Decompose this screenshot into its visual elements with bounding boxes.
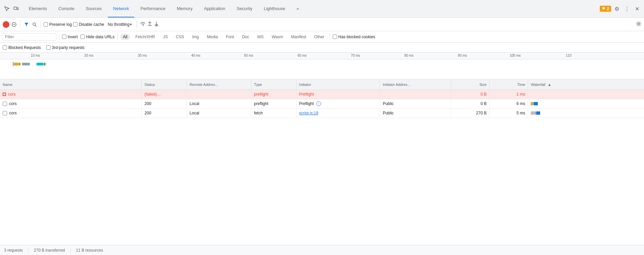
throttle-dropdown[interactable]: No throttling ▾ xyxy=(106,21,134,28)
filter-chip-all[interactable]: All xyxy=(120,34,130,40)
filter-chip-wasm[interactable]: Wasm xyxy=(269,34,286,40)
upload-icon[interactable] xyxy=(147,21,152,28)
tab-performance[interactable]: Performance xyxy=(135,0,171,17)
row2-type: fetch xyxy=(251,108,297,118)
col-header-initiator[interactable]: Initiator xyxy=(296,80,380,90)
col-header-name[interactable]: Name xyxy=(0,80,142,90)
filter-chip-img[interactable]: Img xyxy=(189,34,201,40)
network-settings-icon[interactable] xyxy=(636,21,641,28)
row2-name: cors xyxy=(9,111,17,115)
record-button[interactable] xyxy=(3,21,9,28)
tab-lighthouse[interactable]: Lighthouse xyxy=(258,0,291,17)
filter-chip-other[interactable]: Other xyxy=(312,34,327,40)
row1-initiator-addr: Public xyxy=(380,99,451,108)
filter-chip-css[interactable]: CSS xyxy=(173,34,187,40)
tab-memory[interactable]: Memory xyxy=(172,0,198,17)
blocked-requests-checkbox[interactable]: Blocked Requests xyxy=(3,45,41,50)
col-header-remote[interactable]: Remote Addres… xyxy=(187,80,251,90)
tab-bar-right: ⚑ 2 ⚙ ⋮ ✕ xyxy=(600,4,641,13)
col-header-status[interactable]: Status xyxy=(142,80,187,90)
issues-badge[interactable]: ⚑ 2 xyxy=(600,6,611,12)
ruler-label-80ms: 80 ms xyxy=(404,54,413,57)
search-button[interactable] xyxy=(31,21,38,28)
tab-network[interactable]: Network xyxy=(108,0,135,17)
row1-checkbox[interactable] xyxy=(3,102,7,106)
network-toolbar: Preserve log Disable cache No throttling… xyxy=(0,18,644,31)
timeline-area: 10 ms 20 ms 30 ms 40 ms 50 ms 60 ms 70 m… xyxy=(0,53,644,80)
filter-chip-ws[interactable]: WS xyxy=(255,34,266,40)
device-toolbar-icon[interactable] xyxy=(12,5,20,13)
table-row[interactable]: cors 200 Local fetch script.js:19 Public… xyxy=(0,108,644,118)
filter-chip-manifest[interactable]: Manifest xyxy=(288,34,309,40)
row2-size: 270 B xyxy=(451,108,489,118)
table-row[interactable]: cors 200 Local preflight Preflight ↑ Pub… xyxy=(0,99,644,108)
ruler-label-50ms: 50 ms xyxy=(244,54,253,57)
row2-status: 200 xyxy=(142,108,187,118)
filter-chip-js[interactable]: JS xyxy=(160,34,171,40)
tab-console[interactable]: Console xyxy=(53,0,80,17)
third-party-checkbox[interactable]: 3rd-party requests xyxy=(46,45,84,50)
stop-recording-button[interactable] xyxy=(11,21,17,28)
filter-chip-doc[interactable]: Doc xyxy=(239,34,252,40)
issues-icon: ⚑ xyxy=(602,6,605,11)
chevron-down-icon: ▾ xyxy=(130,22,132,26)
devtools-icons xyxy=(3,5,20,13)
row-error-type: preflight xyxy=(251,90,297,99)
tab-sources[interactable]: Sources xyxy=(80,0,107,17)
preflight-info-icon[interactable]: ↑ xyxy=(316,101,321,106)
tab-security[interactable]: Security xyxy=(231,0,258,17)
network-table: Name Status Remote Addres… Type Initiato… xyxy=(0,80,644,118)
close-button[interactable]: ✕ xyxy=(633,4,641,13)
row1-name-cell: cors xyxy=(0,99,142,108)
tab-application[interactable]: Application xyxy=(199,0,231,17)
settings-button[interactable]: ⚙ xyxy=(613,4,621,13)
svg-point-6 xyxy=(638,23,640,24)
col-header-waterfall[interactable]: Waterfall ▲ xyxy=(528,80,644,90)
waterfall-sort-arrow: ▲ xyxy=(548,83,552,87)
invert-checkbox[interactable]: Invert xyxy=(62,35,78,39)
download-icon[interactable] xyxy=(154,21,159,28)
col-header-time[interactable]: Time xyxy=(490,80,528,90)
status-bar: 3 requests 270 B transferred 11 B resour… xyxy=(0,245,644,255)
inspect-icon[interactable] xyxy=(3,5,11,13)
ruler-label-70ms: 70 ms xyxy=(351,54,360,57)
tab-elements[interactable]: Elements xyxy=(23,0,52,17)
row-error-time: 1 ms xyxy=(490,90,528,99)
row-error-size: 0 B xyxy=(451,90,489,99)
row1-waterfall xyxy=(528,99,644,108)
main-content: Preserve log Disable cache No throttling… xyxy=(0,18,644,255)
row2-waterfall xyxy=(528,108,644,118)
svg-rect-0 xyxy=(14,7,17,9)
row2-time: 5 ms xyxy=(490,108,528,118)
filter-toggle-button[interactable] xyxy=(23,21,30,28)
col-header-initiator-addr[interactable]: Initiator Addres… xyxy=(380,80,451,90)
col-header-size[interactable]: Size xyxy=(451,80,489,90)
wifi-icon[interactable] xyxy=(140,21,146,28)
more-options-button[interactable]: ⋮ xyxy=(623,4,631,13)
row2-initiator-addr: Public xyxy=(380,108,451,118)
hide-data-urls-checkbox[interactable]: Hide data URLs xyxy=(80,35,115,39)
row2-initiator-link[interactable]: script.js:19 xyxy=(299,111,318,115)
filter-chip-fetch-xhr[interactable]: Fetch/XHR xyxy=(133,34,158,40)
status-divider-2 xyxy=(70,248,71,253)
timeline-bars xyxy=(13,62,46,66)
row2-checkbox[interactable] xyxy=(3,111,7,115)
row-error-initiator: Preflight xyxy=(296,90,380,99)
preserve-log-checkbox[interactable]: Preserve log xyxy=(44,22,72,27)
table-row[interactable]: cors (failed)… preflight Preflight 0 B 1… xyxy=(0,90,644,99)
row-error-name-cell: cors xyxy=(0,90,142,99)
filter-chip-media[interactable]: Media xyxy=(204,34,220,40)
more-tabs-button[interactable]: » xyxy=(291,0,304,17)
col-header-type[interactable]: Type xyxy=(251,80,297,90)
timeline-ruler: 10 ms 20 ms 30 ms 40 ms 50 ms 60 ms 70 m… xyxy=(0,53,644,59)
ruler-label-30ms: 30 ms xyxy=(138,54,147,57)
row-error-remote xyxy=(187,90,251,99)
row1-status: 200 xyxy=(142,99,187,108)
blocked-cookies-checkbox[interactable]: Has blocked cookies xyxy=(333,35,375,39)
filter-input[interactable] xyxy=(3,33,56,41)
disable-cache-checkbox[interactable]: Disable cache xyxy=(73,22,104,27)
row1-size: 0 B xyxy=(451,99,489,108)
ruler-label-40ms: 40 ms xyxy=(191,54,200,57)
status-divider-1 xyxy=(28,248,28,253)
filter-chip-font[interactable]: Font xyxy=(223,34,237,40)
